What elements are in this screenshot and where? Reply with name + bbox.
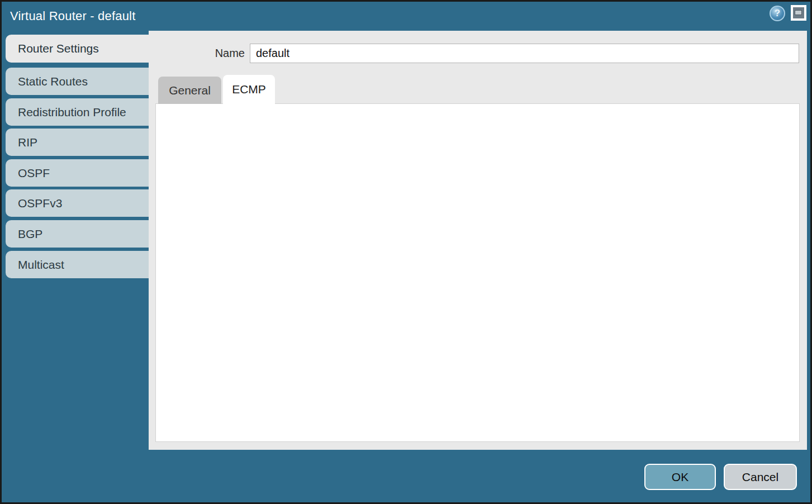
restore-window-icon-inner bbox=[795, 10, 802, 15]
ecmp-panel bbox=[155, 103, 800, 442]
tab-ecmp[interactable]: ECMP bbox=[223, 75, 275, 104]
sidebar-item-ospf[interactable]: OSPF bbox=[6, 159, 149, 187]
restore-window-icon[interactable] bbox=[791, 5, 806, 21]
dialog-titlebar: Virtual Router - default bbox=[2, 2, 810, 31]
sidebar-item-rip[interactable]: RIP bbox=[6, 129, 149, 156]
dialog-title: Virtual Router - default bbox=[10, 2, 136, 31]
sidebar-item-multicast[interactable]: Multicast bbox=[6, 251, 149, 278]
sidebar-item-redistribution-profile[interactable]: Redistribution Profile bbox=[6, 98, 149, 126]
name-label: Name bbox=[168, 47, 245, 60]
ok-button[interactable]: OK bbox=[644, 464, 716, 490]
sidebar-item-router-settings[interactable]: Router Settings bbox=[6, 35, 149, 63]
name-input[interactable] bbox=[250, 44, 799, 63]
sidebar-item-ospfv3[interactable]: OSPFv3 bbox=[6, 189, 149, 217]
cancel-button[interactable]: Cancel bbox=[724, 464, 797, 490]
sidebar-item-static-routes[interactable]: Static Routes bbox=[6, 68, 149, 95]
tab-general[interactable]: General bbox=[158, 77, 221, 104]
help-icon[interactable]: ? bbox=[770, 6, 785, 21]
sidebar-item-bgp[interactable]: BGP bbox=[6, 220, 149, 248]
